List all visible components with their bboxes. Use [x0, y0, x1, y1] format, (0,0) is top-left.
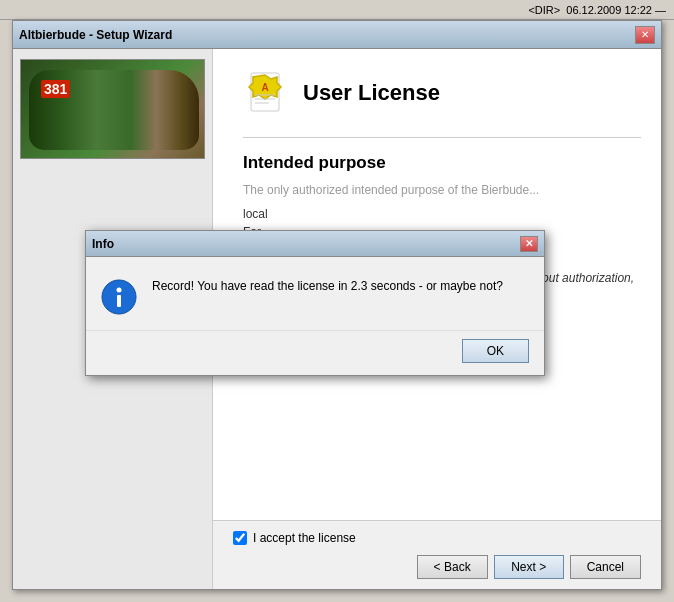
dialog-title: Info [92, 237, 114, 251]
dialog-message: Record! You have read the license in 2.3… [152, 277, 524, 295]
dialog-buttons: OK [86, 330, 544, 375]
svg-rect-8 [117, 295, 121, 307]
svg-point-7 [117, 288, 122, 293]
info-dialog: Info ✕ Record! You have read the license… [85, 230, 545, 376]
dialog-body: Record! You have read the license in 2.3… [86, 257, 544, 330]
dialog-title-bar: Info ✕ [86, 231, 544, 257]
dialog-close-button[interactable]: ✕ [520, 236, 538, 252]
ok-button[interactable]: OK [462, 339, 529, 363]
dialog-overlay: Info ✕ Record! You have read the license… [0, 0, 674, 602]
info-icon [101, 279, 137, 315]
